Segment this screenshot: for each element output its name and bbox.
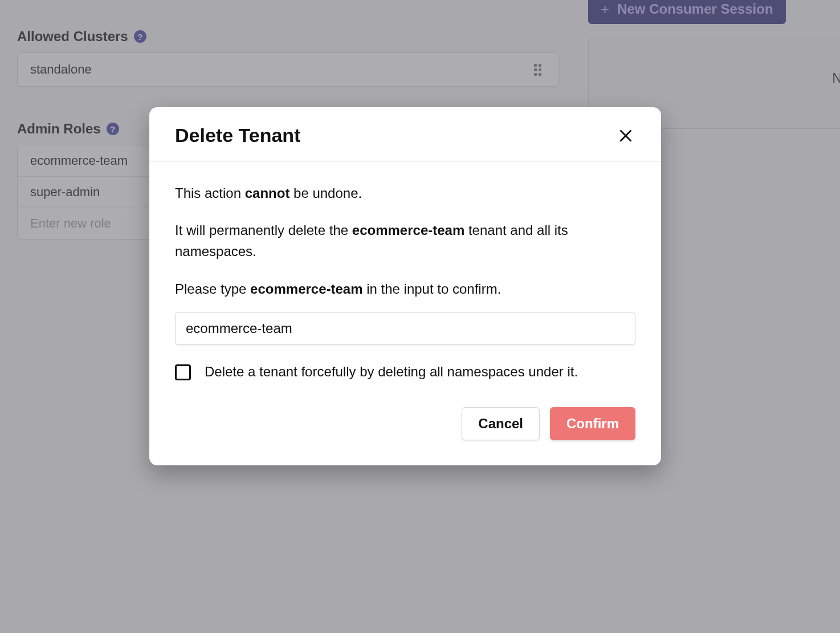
confirm-line: Please type ecommerce-team in the input … [175, 278, 635, 299]
confirm-button[interactable]: Confirm [550, 407, 635, 440]
modal-body: This action cannot be undone. It will pe… [149, 162, 661, 407]
close-button[interactable] [616, 126, 635, 145]
modal-header: Delete Tenant [149, 107, 661, 162]
force-delete-row: Delete a tenant forcefully by deleting a… [175, 362, 635, 382]
force-delete-checkbox[interactable] [175, 364, 191, 380]
modal-title: Delete Tenant [175, 124, 300, 147]
cancel-button[interactable]: Cancel [462, 407, 540, 440]
delete-tenant-modal: Delete Tenant This action cannot be undo… [149, 107, 661, 465]
close-icon [618, 128, 633, 143]
modal-footer: Cancel Confirm [149, 407, 661, 465]
body-line: It will permanently delete the ecommerce… [175, 220, 635, 262]
force-delete-label: Delete a tenant forcefully by deleting a… [205, 362, 578, 382]
confirm-input[interactable] [175, 312, 635, 345]
warning-line: This action cannot be undone. [175, 182, 635, 204]
